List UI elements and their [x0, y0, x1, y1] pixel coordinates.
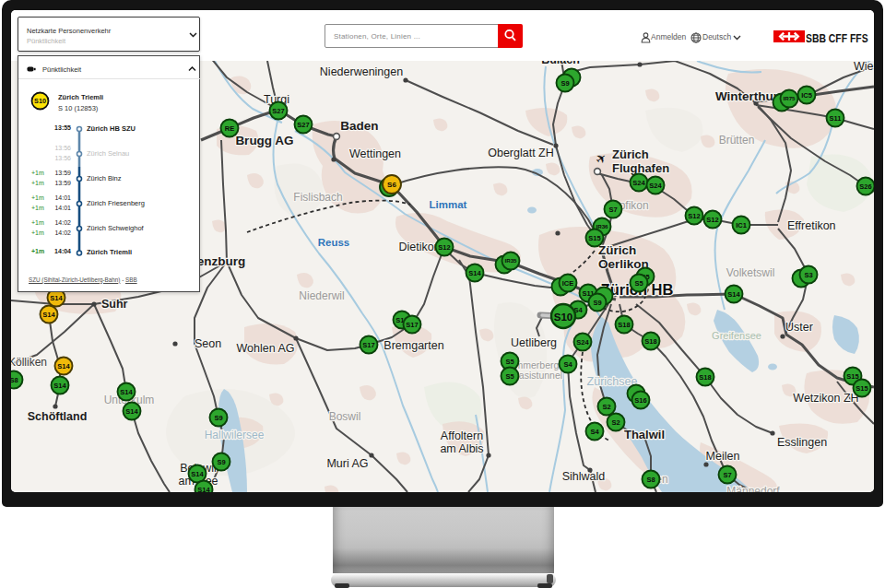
svg-text:S18: S18: [618, 321, 630, 329]
svg-text:Wetzikon ZH: Wetzikon ZH: [793, 392, 858, 405]
svg-text:Wiese: Wiese: [854, 61, 874, 73]
svg-text:Thalwil: Thalwil: [624, 428, 665, 441]
svg-text:S5: S5: [505, 358, 513, 366]
svg-text:Boswil: Boswil: [329, 410, 361, 423]
svg-text:S9: S9: [593, 299, 601, 307]
svg-text:Wohlen AG: Wohlen AG: [236, 342, 294, 355]
svg-text:S5: S5: [505, 372, 513, 381]
svg-text:S14: S14: [57, 362, 70, 370]
svg-text:S14: S14: [53, 382, 66, 390]
svg-text:Oberglatt ZH: Oberglatt ZH: [488, 147, 554, 159]
svg-text:S5: S5: [634, 279, 643, 288]
svg-text:S14: S14: [125, 407, 138, 416]
svg-text:Limmat: Limmat: [430, 199, 467, 210]
svg-text:Reuss: Reuss: [318, 237, 350, 248]
svg-text:S12: S12: [688, 212, 700, 220]
svg-text:S3: S3: [804, 271, 812, 279]
svg-text:S24: S24: [632, 179, 645, 187]
svg-text:S14: S14: [468, 269, 481, 277]
svg-text:S17: S17: [406, 321, 418, 329]
svg-text:IC1: IC1: [736, 221, 747, 229]
svg-text:S14: S14: [120, 388, 133, 396]
svg-text:S14: S14: [50, 294, 63, 302]
svg-text:Flughafen: Flughafen: [612, 161, 669, 175]
svg-text:Muri AG: Muri AG: [326, 457, 368, 470]
svg-text:Brütten: Brütten: [719, 134, 755, 147]
svg-text:S15: S15: [846, 372, 858, 381]
svg-text:S15: S15: [588, 234, 600, 242]
svg-text:Uetliberg: Uetliberg: [511, 336, 557, 349]
svg-text:S6: S6: [387, 181, 396, 189]
svg-text:Esslingen: Esslingen: [777, 436, 827, 449]
svg-text:S24: S24: [649, 182, 662, 190]
svg-text:S14: S14: [42, 311, 55, 319]
svg-text:S12: S12: [706, 216, 718, 224]
svg-text:Winterthur: Winterthur: [715, 89, 779, 103]
svg-text:Männedorf: Männedorf: [726, 485, 780, 492]
svg-text:IR35: IR35: [504, 257, 517, 264]
svg-text:am Albis: am Albis: [440, 442, 483, 455]
svg-text:Sihlwald: Sihlwald: [562, 470, 606, 483]
svg-text:Wettingen: Wettingen: [349, 147, 401, 160]
svg-text:Effretikon: Effretikon: [787, 219, 836, 232]
svg-text:Uster: Uster: [785, 321, 813, 334]
svg-text:Greifensee: Greifensee: [712, 330, 761, 341]
svg-text:S15: S15: [856, 384, 867, 393]
svg-text:Affoltern: Affoltern: [441, 429, 483, 442]
svg-text:S12: S12: [438, 243, 450, 252]
svg-text:Zürich: Zürich: [598, 243, 636, 257]
svg-text:IC5: IC5: [801, 91, 812, 100]
svg-text:Zürich: Zürich: [612, 147, 649, 161]
svg-text:Brugg AG: Brugg AG: [235, 134, 293, 147]
svg-text:Dietikon: Dietikon: [398, 241, 440, 253]
svg-text:Volketswil: Volketswil: [726, 266, 775, 279]
svg-text:Seon: Seon: [195, 337, 221, 350]
svg-text:S16: S16: [634, 396, 646, 405]
svg-text:ICE: ICE: [562, 279, 574, 288]
svg-text:S10: S10: [554, 312, 572, 323]
svg-text:S11: S11: [830, 114, 842, 123]
svg-text:Niederweningen: Niederweningen: [320, 65, 403, 78]
svg-text:Schöftland: Schöftland: [28, 410, 88, 423]
svg-text:Hallwilersee: Hallwilersee: [205, 429, 265, 441]
svg-text:IR75: IR75: [783, 95, 796, 101]
svg-text:Baden: Baden: [340, 119, 378, 133]
svg-text:Kölliken: Kölliken: [11, 356, 47, 369]
svg-text:Bülach: Bülach: [541, 61, 580, 66]
svg-text:Fislisbach: Fislisbach: [293, 191, 342, 204]
svg-text:Basistunnel: Basistunnel: [513, 370, 562, 381]
svg-text:Niederwil: Niederwil: [299, 289, 344, 302]
svg-text:S2: S2: [611, 418, 620, 427]
svg-text:S27: S27: [272, 107, 284, 115]
svg-text:Suhr: Suhr: [101, 298, 128, 311]
svg-text:S18: S18: [644, 337, 656, 346]
svg-text:S27: S27: [297, 121, 309, 129]
svg-text:S8: S8: [11, 376, 18, 384]
svg-text:S4: S4: [590, 428, 599, 436]
svg-text:S4: S4: [563, 360, 572, 369]
svg-text:S14: S14: [197, 486, 210, 492]
svg-text:S9: S9: [214, 414, 222, 422]
svg-text:S7: S7: [608, 206, 617, 214]
svg-text:S9: S9: [560, 79, 569, 88]
svg-text:S17: S17: [362, 341, 374, 349]
svg-text:enzburg: enzburg: [197, 254, 246, 268]
svg-text:Meilen: Meilen: [706, 450, 740, 463]
svg-text:S24: S24: [576, 338, 589, 347]
svg-text:RE: RE: [225, 124, 234, 133]
svg-text:S26: S26: [859, 182, 871, 191]
svg-text:S10: S10: [34, 97, 46, 105]
svg-text:S2: S2: [602, 403, 610, 411]
svg-text:S7: S7: [723, 471, 731, 479]
svg-text:S14: S14: [191, 470, 204, 478]
svg-text:Bremgarten: Bremgarten: [384, 339, 443, 352]
svg-text:S18: S18: [699, 373, 711, 382]
svg-text:S14: S14: [727, 290, 740, 299]
svg-text:Zürichsee: Zürichsee: [587, 375, 638, 388]
svg-text:S9: S9: [217, 458, 225, 466]
svg-text:S8: S8: [646, 476, 655, 484]
